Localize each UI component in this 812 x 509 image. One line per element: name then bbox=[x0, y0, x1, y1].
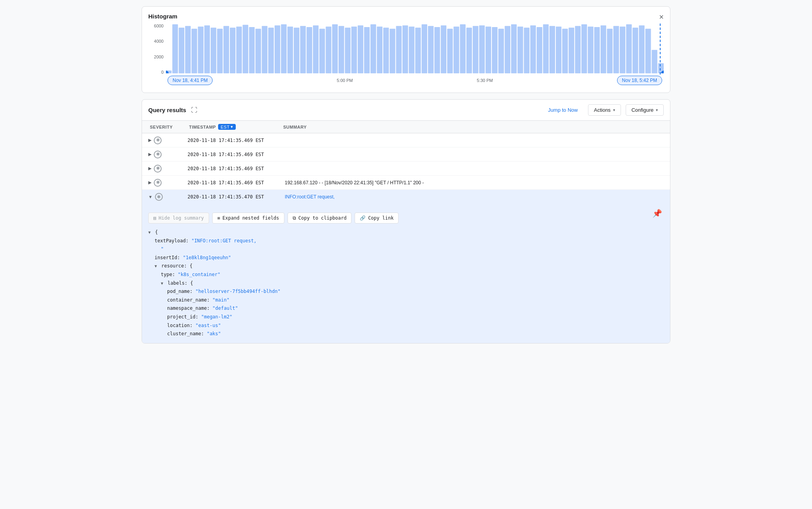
svg-rect-7 bbox=[211, 27, 216, 73]
svg-rect-47 bbox=[466, 27, 472, 73]
expanded-toolbar: ▤ Hide log summary ≡ Expand nested field… bbox=[148, 209, 664, 228]
svg-rect-24 bbox=[319, 29, 325, 73]
x-label-start: Nov 18, 4:41 PM bbox=[167, 78, 213, 83]
svg-rect-15 bbox=[262, 26, 267, 73]
table-row[interactable]: ▶ ✱ 2020-11-18 17:41:35.469 EST bbox=[142, 162, 670, 176]
table-row[interactable]: ▶ ✱ 2020-11-18 17:41:35.469 EST 192.168.… bbox=[142, 176, 670, 190]
severity-default-icon: ✱ bbox=[154, 165, 162, 173]
pin-icon[interactable]: 📌 bbox=[652, 209, 662, 218]
time-badge-end[interactable]: Nov 18, 5:42 PM bbox=[617, 76, 662, 85]
timestamp-cell-3: 2020-11-18 17:41:35.469 EST bbox=[188, 166, 282, 171]
expanded-content: 📌 ▤ Hide log summary ≡ Expand nested fie… bbox=[142, 204, 670, 343]
svg-rect-9 bbox=[224, 26, 229, 73]
jump-to-now-button[interactable]: Jump to Now bbox=[543, 105, 583, 115]
svg-rect-76 bbox=[652, 50, 657, 73]
copy-link-button[interactable]: 🔗 Copy link bbox=[355, 213, 399, 224]
svg-rect-44 bbox=[447, 29, 453, 73]
svg-rect-23 bbox=[313, 25, 319, 73]
summary-column-header: SUMMARY bbox=[282, 121, 664, 133]
query-results-title: Query results bbox=[148, 107, 186, 113]
copy-to-clipboard-button[interactable]: ⧉ Copy to clipboard bbox=[288, 213, 352, 224]
close-button[interactable]: × bbox=[657, 11, 665, 22]
code-line-project-id: project_id: "megan-lm2" bbox=[148, 313, 664, 322]
timezone-badge[interactable]: EST ▾ bbox=[218, 124, 235, 130]
svg-rect-17 bbox=[275, 25, 280, 73]
svg-rect-11 bbox=[236, 27, 242, 73]
svg-rect-16 bbox=[268, 27, 274, 73]
timestamp-cell-4: 2020-11-18 17:41:35.469 EST bbox=[188, 180, 282, 185]
svg-rect-70 bbox=[614, 26, 619, 73]
timezone-chevron-icon: ▾ bbox=[231, 124, 233, 129]
svg-rect-56 bbox=[524, 27, 529, 73]
resource-collapse-icon[interactable]: ▼ bbox=[155, 264, 157, 268]
timestamp-cell-1: 2020-11-18 17:41:35.469 EST bbox=[188, 138, 282, 143]
configure-button[interactable]: Configure ▾ bbox=[626, 104, 664, 116]
svg-rect-64 bbox=[575, 26, 581, 73]
labels-collapse-icon[interactable]: ▼ bbox=[161, 281, 163, 285]
expand-nested-label: Expand nested fields bbox=[222, 215, 279, 221]
svg-rect-20 bbox=[294, 27, 299, 73]
table-row[interactable]: ▶ ✱ 2020-11-18 17:41:35.469 EST bbox=[142, 133, 670, 147]
svg-rect-74 bbox=[639, 25, 645, 73]
svg-rect-30 bbox=[358, 25, 363, 73]
svg-rect-22 bbox=[306, 27, 312, 73]
svg-rect-21 bbox=[300, 26, 306, 73]
collapse-icon[interactable]: ▼ bbox=[148, 230, 151, 235]
svg-rect-5 bbox=[198, 27, 203, 73]
severity-default-icon: ✱ bbox=[154, 179, 162, 187]
svg-rect-41 bbox=[428, 26, 433, 73]
svg-rect-36 bbox=[396, 26, 402, 73]
svg-rect-52 bbox=[498, 29, 504, 73]
expand-view-icon[interactable]: ⛶ bbox=[191, 107, 197, 114]
row-expand-1[interactable]: ▶ ✱ bbox=[148, 136, 188, 144]
svg-rect-1 bbox=[172, 24, 178, 73]
svg-rect-37 bbox=[402, 25, 408, 73]
svg-rect-71 bbox=[620, 27, 625, 73]
actions-button[interactable]: Actions ▾ bbox=[588, 104, 621, 116]
svg-rect-51 bbox=[492, 27, 497, 73]
y-label-6000: 6000 bbox=[154, 24, 164, 28]
link-icon: 🔗 bbox=[360, 215, 366, 221]
code-line-pod-name: pod_name: "helloserver-7f5bb494ff-blhdn" bbox=[148, 287, 664, 296]
row-expand-2[interactable]: ▶ ✱ bbox=[148, 151, 188, 158]
table-row-expanded[interactable]: ▼ ✱ 2020-11-18 17:41:35.470 EST INFO:roo… bbox=[142, 190, 670, 204]
svg-rect-27 bbox=[339, 26, 344, 73]
code-line-type: type: "k8s_container" bbox=[148, 271, 664, 279]
collapse-arrow-icon: ▼ bbox=[148, 195, 153, 199]
row-expand-5[interactable]: ▼ ✱ bbox=[148, 193, 188, 201]
severity-column-header: SEVERITY bbox=[148, 121, 188, 133]
svg-rect-54 bbox=[511, 24, 517, 73]
svg-rect-62 bbox=[562, 29, 568, 73]
svg-rect-45 bbox=[453, 27, 459, 73]
timestamp-column-header: TIMESTAMP EST ▾ bbox=[188, 121, 282, 133]
table-row[interactable]: ▶ ✱ 2020-11-18 17:41:35.469 EST bbox=[142, 147, 670, 162]
svg-rect-66 bbox=[588, 27, 593, 73]
svg-rect-69 bbox=[607, 29, 612, 73]
svg-rect-28 bbox=[345, 27, 350, 73]
expand-nested-fields-button[interactable]: ≡ Expand nested fields bbox=[212, 213, 284, 224]
hide-log-summary-button[interactable]: ▤ Hide log summary bbox=[148, 213, 209, 224]
hide-log-summary-label: Hide log summary bbox=[158, 215, 204, 221]
svg-rect-14 bbox=[255, 29, 261, 73]
row-expand-4[interactable]: ▶ ✱ bbox=[148, 179, 188, 187]
svg-rect-6 bbox=[204, 25, 210, 73]
row-expand-3[interactable]: ▶ ✱ bbox=[148, 165, 188, 173]
code-line-insertid: insertId: "1e8kl8ng1qeeuhn" bbox=[148, 254, 664, 262]
time-badge-start[interactable]: Nov 18, 4:41 PM bbox=[167, 76, 213, 85]
svg-rect-38 bbox=[409, 27, 414, 73]
svg-rect-59 bbox=[543, 24, 548, 73]
configure-chevron-icon: ▾ bbox=[656, 108, 658, 112]
code-line-textpayload-cont: " bbox=[148, 245, 664, 254]
y-label-2000: 2000 bbox=[154, 55, 164, 59]
svg-rect-49 bbox=[479, 25, 484, 73]
svg-rect-53 bbox=[505, 26, 510, 73]
svg-rect-31 bbox=[364, 27, 370, 73]
svg-rect-40 bbox=[422, 24, 427, 73]
svg-rect-72 bbox=[626, 24, 632, 73]
svg-rect-65 bbox=[581, 24, 587, 73]
code-line-cluster-name: cluster_name: "aks" bbox=[148, 330, 664, 338]
copy-icon: ⧉ bbox=[293, 215, 296, 221]
svg-rect-33 bbox=[377, 27, 382, 73]
hide-log-summary-icon: ▤ bbox=[153, 215, 156, 221]
code-line-container-name: container_name: "main" bbox=[148, 296, 664, 305]
